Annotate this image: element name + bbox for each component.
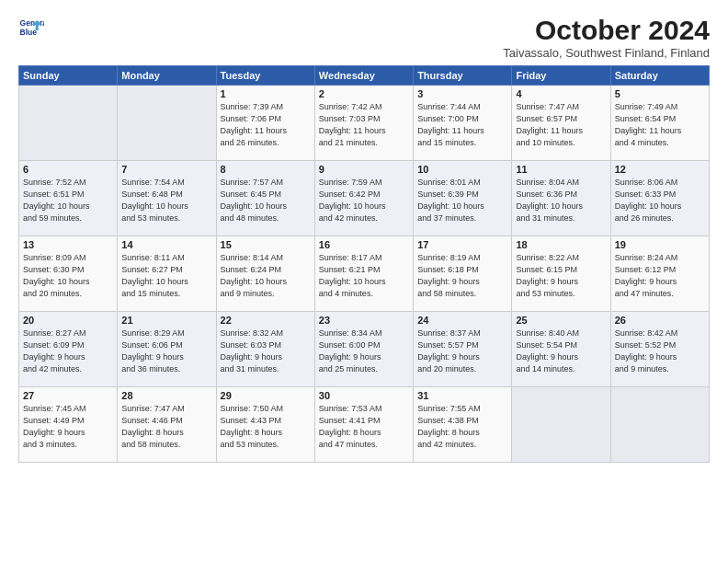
- calendar-cell: 4Sunrise: 7:47 AM Sunset: 6:57 PM Daylig…: [512, 86, 610, 161]
- calendar-week-row: 27Sunrise: 7:45 AM Sunset: 4:49 PM Dayli…: [19, 387, 710, 463]
- weekday-header: Wednesday: [314, 66, 413, 86]
- day-detail: Sunrise: 7:52 AM Sunset: 6:51 PM Dayligh…: [23, 177, 113, 224]
- calendar-cell: 10Sunrise: 8:01 AM Sunset: 6:39 PM Dayli…: [414, 161, 512, 236]
- day-number: 29: [221, 390, 311, 401]
- day-detail: Sunrise: 7:53 AM Sunset: 4:41 PM Dayligh…: [319, 403, 409, 451]
- day-detail: Sunrise: 8:42 AM Sunset: 5:52 PM Dayligh…: [615, 327, 705, 375]
- day-detail: Sunrise: 7:49 AM Sunset: 6:54 PM Dayligh…: [615, 101, 705, 149]
- logo: General Blue: [18, 15, 44, 40]
- day-detail: Sunrise: 8:34 AM Sunset: 6:00 PM Dayligh…: [319, 327, 409, 375]
- day-detail: Sunrise: 8:06 AM Sunset: 6:33 PM Dayligh…: [615, 177, 705, 224]
- day-number: 28: [121, 390, 211, 401]
- calendar-table: SundayMondayTuesdayWednesdayThursdayFrid…: [18, 65, 710, 463]
- calendar-cell: 9Sunrise: 7:59 AM Sunset: 6:42 PM Daylig…: [314, 161, 413, 236]
- calendar-cell: 2Sunrise: 7:42 AM Sunset: 7:03 PM Daylig…: [314, 86, 413, 161]
- day-number: 18: [516, 239, 606, 250]
- calendar-cell: 24Sunrise: 8:37 AM Sunset: 5:57 PM Dayli…: [414, 312, 512, 387]
- calendar-cell: 27Sunrise: 7:45 AM Sunset: 4:49 PM Dayli…: [19, 387, 118, 463]
- calendar-cell: 13Sunrise: 8:09 AM Sunset: 6:30 PM Dayli…: [19, 236, 118, 312]
- day-number: 14: [121, 239, 211, 250]
- calendar-cell: 5Sunrise: 7:49 AM Sunset: 6:54 PM Daylig…: [610, 86, 709, 161]
- day-number: 4: [516, 88, 606, 99]
- weekday-header: Friday: [512, 66, 610, 86]
- calendar-cell: 31Sunrise: 7:55 AM Sunset: 4:38 PM Dayli…: [414, 387, 512, 463]
- day-number: 30: [319, 390, 409, 401]
- svg-text:Blue: Blue: [20, 28, 38, 37]
- day-detail: Sunrise: 8:27 AM Sunset: 6:09 PM Dayligh…: [23, 327, 113, 375]
- calendar-header: SundayMondayTuesdayWednesdayThursdayFrid…: [19, 66, 710, 86]
- day-number: 11: [516, 164, 606, 175]
- logo-icon: General Blue: [18, 15, 44, 40]
- day-detail: Sunrise: 7:47 AM Sunset: 6:57 PM Dayligh…: [516, 101, 606, 149]
- day-number: 19: [615, 239, 705, 250]
- calendar-cell: [610, 387, 709, 463]
- day-number: 5: [615, 88, 705, 99]
- day-detail: Sunrise: 8:14 AM Sunset: 6:24 PM Dayligh…: [221, 252, 311, 300]
- calendar-cell: 6Sunrise: 7:52 AM Sunset: 6:51 PM Daylig…: [19, 161, 118, 236]
- day-detail: Sunrise: 7:59 AM Sunset: 6:42 PM Dayligh…: [319, 177, 409, 224]
- subtitle: Taivassalo, Southwest Finland, Finland: [503, 46, 710, 60]
- calendar-cell: 14Sunrise: 8:11 AM Sunset: 6:27 PM Dayli…: [118, 236, 216, 312]
- day-number: 10: [417, 164, 507, 175]
- day-number: 3: [417, 88, 507, 99]
- day-detail: Sunrise: 7:57 AM Sunset: 6:45 PM Dayligh…: [221, 177, 311, 224]
- weekday-header: Tuesday: [216, 66, 314, 86]
- day-number: 9: [319, 164, 409, 175]
- calendar-cell: 16Sunrise: 8:17 AM Sunset: 6:21 PM Dayli…: [314, 236, 413, 312]
- day-number: 7: [121, 164, 211, 175]
- calendar-cell: 22Sunrise: 8:32 AM Sunset: 6:03 PM Dayli…: [216, 312, 314, 387]
- day-detail: Sunrise: 8:17 AM Sunset: 6:21 PM Dayligh…: [319, 252, 409, 300]
- calendar-week-row: 6Sunrise: 7:52 AM Sunset: 6:51 PM Daylig…: [19, 161, 710, 236]
- day-number: 25: [516, 315, 606, 326]
- calendar-cell: 1Sunrise: 7:39 AM Sunset: 7:06 PM Daylig…: [216, 86, 314, 161]
- calendar-week-row: 20Sunrise: 8:27 AM Sunset: 6:09 PM Dayli…: [19, 312, 710, 387]
- day-number: 1: [221, 88, 311, 99]
- calendar-cell: 28Sunrise: 7:47 AM Sunset: 4:46 PM Dayli…: [118, 387, 216, 463]
- day-number: 26: [615, 315, 705, 326]
- calendar-cell: 17Sunrise: 8:19 AM Sunset: 6:18 PM Dayli…: [414, 236, 512, 312]
- day-number: 27: [23, 390, 113, 401]
- day-detail: Sunrise: 8:22 AM Sunset: 6:15 PM Dayligh…: [516, 252, 606, 300]
- day-number: 8: [221, 164, 311, 175]
- day-detail: Sunrise: 7:42 AM Sunset: 7:03 PM Dayligh…: [319, 101, 409, 149]
- weekday-header: Thursday: [414, 66, 512, 86]
- calendar-cell: 7Sunrise: 7:54 AM Sunset: 6:48 PM Daylig…: [118, 161, 216, 236]
- day-number: 12: [615, 164, 705, 175]
- day-detail: Sunrise: 8:40 AM Sunset: 5:54 PM Dayligh…: [516, 327, 606, 375]
- day-detail: Sunrise: 7:55 AM Sunset: 4:38 PM Dayligh…: [417, 403, 507, 451]
- calendar-cell: 26Sunrise: 8:42 AM Sunset: 5:52 PM Dayli…: [610, 312, 709, 387]
- calendar-cell: 15Sunrise: 8:14 AM Sunset: 6:24 PM Dayli…: [216, 236, 314, 312]
- day-detail: Sunrise: 8:11 AM Sunset: 6:27 PM Dayligh…: [121, 252, 211, 300]
- day-number: 20: [23, 315, 113, 326]
- day-detail: Sunrise: 8:37 AM Sunset: 5:57 PM Dayligh…: [417, 327, 507, 375]
- calendar-cell: [118, 86, 216, 161]
- day-number: 16: [319, 239, 409, 250]
- calendar-week-row: 1Sunrise: 7:39 AM Sunset: 7:06 PM Daylig…: [19, 86, 710, 161]
- day-detail: Sunrise: 8:29 AM Sunset: 6:06 PM Dayligh…: [121, 327, 211, 375]
- calendar-cell: 29Sunrise: 7:50 AM Sunset: 4:43 PM Dayli…: [216, 387, 314, 463]
- day-number: 21: [121, 315, 211, 326]
- day-number: 6: [23, 164, 113, 175]
- calendar-cell: 30Sunrise: 7:53 AM Sunset: 4:41 PM Dayli…: [314, 387, 413, 463]
- day-detail: Sunrise: 7:50 AM Sunset: 4:43 PM Dayligh…: [221, 403, 311, 451]
- day-number: 2: [319, 88, 409, 99]
- day-number: 17: [417, 239, 507, 250]
- calendar-cell: 8Sunrise: 7:57 AM Sunset: 6:45 PM Daylig…: [216, 161, 314, 236]
- calendar-cell: 19Sunrise: 8:24 AM Sunset: 6:12 PM Dayli…: [610, 236, 709, 312]
- calendar-cell: [512, 387, 610, 463]
- weekday-header: Saturday: [610, 66, 709, 86]
- calendar-cell: 18Sunrise: 8:22 AM Sunset: 6:15 PM Dayli…: [512, 236, 610, 312]
- day-detail: Sunrise: 8:19 AM Sunset: 6:18 PM Dayligh…: [417, 252, 507, 300]
- day-detail: Sunrise: 7:47 AM Sunset: 4:46 PM Dayligh…: [121, 403, 211, 451]
- day-detail: Sunrise: 8:32 AM Sunset: 6:03 PM Dayligh…: [221, 327, 311, 375]
- month-title: October 2024: [503, 15, 710, 46]
- calendar-cell: [19, 86, 118, 161]
- calendar-cell: 11Sunrise: 8:04 AM Sunset: 6:36 PM Dayli…: [512, 161, 610, 236]
- calendar-cell: 3Sunrise: 7:44 AM Sunset: 7:00 PM Daylig…: [414, 86, 512, 161]
- day-number: 24: [417, 315, 507, 326]
- day-detail: Sunrise: 7:39 AM Sunset: 7:06 PM Dayligh…: [221, 101, 311, 149]
- title-block: October 2024 Taivassalo, Southwest Finla…: [503, 15, 710, 60]
- day-number: 13: [23, 239, 113, 250]
- calendar-week-row: 13Sunrise: 8:09 AM Sunset: 6:30 PM Dayli…: [19, 236, 710, 312]
- day-number: 31: [417, 390, 507, 401]
